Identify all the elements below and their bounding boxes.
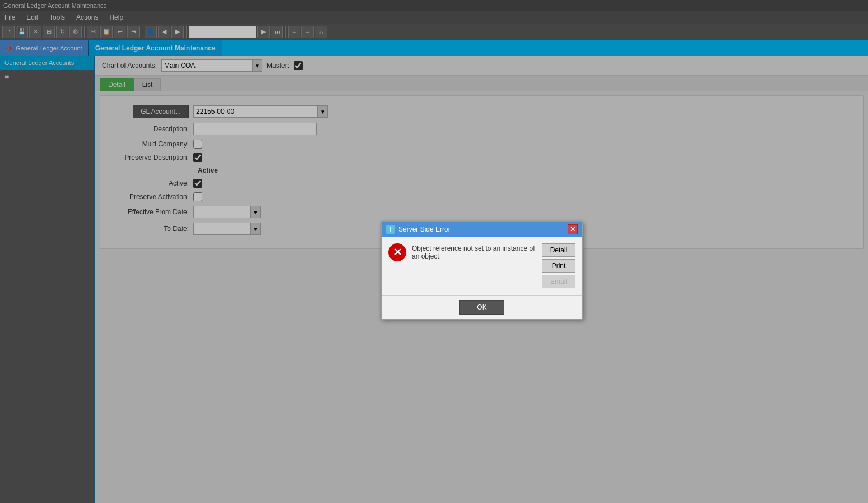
dialog-footer: OK bbox=[382, 295, 582, 319]
dialog-email-button[interactable]: Email bbox=[542, 275, 575, 288]
dialog-title-icon: i bbox=[386, 225, 395, 234]
dialog-close-button[interactable]: ✕ bbox=[568, 224, 578, 234]
dialog-print-button[interactable]: Print bbox=[542, 259, 575, 273]
dialog-titlebar: i Server Side Error ✕ bbox=[382, 222, 582, 237]
dialog-action-buttons: Detail Print Email bbox=[542, 243, 575, 288]
error-dialog: i Server Side Error ✕ ✕ Object reference… bbox=[381, 221, 583, 320]
dialog-detail-button[interactable]: Detail bbox=[542, 243, 575, 257]
error-message-text: Object reference not set to an instance … bbox=[412, 243, 536, 260]
dialog-ok-button[interactable]: OK bbox=[459, 300, 504, 315]
error-icon: ✕ bbox=[388, 243, 406, 261]
dialog-body: ✕ Object reference not set to an instanc… bbox=[382, 237, 582, 295]
dialog-title-left: i Server Side Error bbox=[386, 225, 451, 234]
dialog-title-text: Server Side Error bbox=[398, 225, 451, 233]
